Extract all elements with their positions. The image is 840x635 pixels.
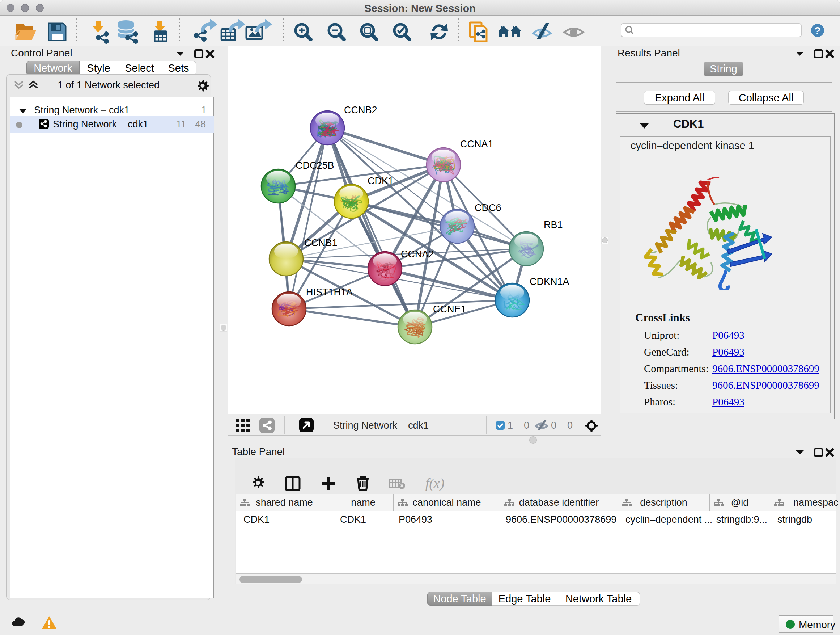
svg-text:CCNB1: CCNB1	[304, 238, 338, 249]
svg-text:CDKN1A: CDKN1A	[530, 276, 569, 287]
svg-text:CCNE1: CCNE1	[433, 304, 466, 315]
svg-text:?: ?	[814, 25, 821, 36]
svg-text:CDC25B: CDC25B	[295, 160, 334, 171]
svg-text:CDK1: CDK1	[368, 176, 393, 187]
svg-text:HIST1H1A: HIST1H1A	[306, 287, 353, 298]
svg-text:CCNB2: CCNB2	[344, 105, 377, 116]
svg-text:RB1: RB1	[544, 219, 563, 230]
svg-text:CCNA1: CCNA1	[460, 139, 493, 149]
svg-text:f(x): f(x)	[425, 476, 445, 491]
svg-text:CCNA2: CCNA2	[401, 249, 434, 260]
svg-text:CDC6: CDC6	[475, 203, 501, 213]
